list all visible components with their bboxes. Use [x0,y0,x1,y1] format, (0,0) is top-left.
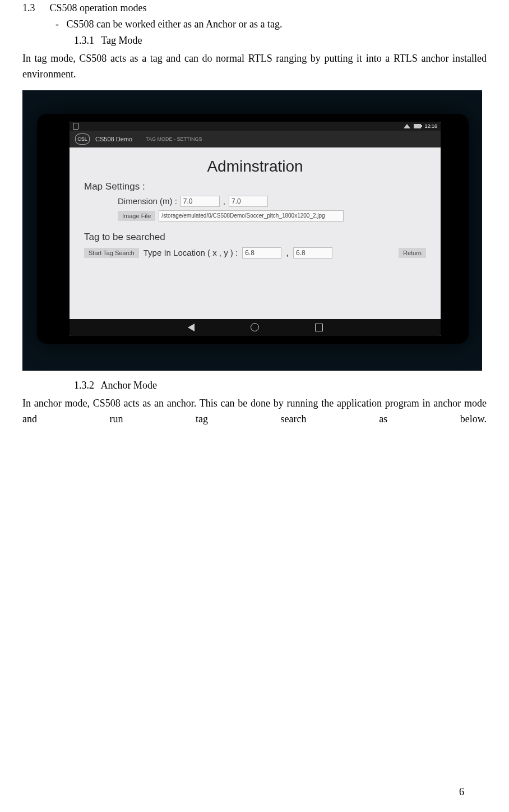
nav-recent-icon[interactable] [315,324,323,331]
status-left [73,123,400,130]
location-row: Start Tag Search Type In Location ( x , … [84,247,426,259]
page-number: 6 [459,786,464,798]
paragraph-anchor-mode: In anchor mode, CS508 acts as an anchor.… [22,396,487,427]
image-file-button[interactable]: Image File [118,211,155,221]
nav-home-icon[interactable] [251,323,259,331]
map-settings-text: Map Settings : [84,181,145,192]
app-title: CS508 Demo [95,136,132,142]
android-nav-bar [70,319,441,336]
subsection-heading-2: 1.3.2 Anchor Mode [74,380,487,391]
subsection-heading-1: 1.3.1 Tag Mode [74,35,487,47]
csl-logo: CSL [75,133,90,145]
tablet-screen: 12:16 CSL CS508 Demo TAG MODE - SETTINGS… [70,122,441,336]
tag-search-label: Tag to be searched [84,232,165,243]
bullet-line: - CS508 can be worked either as an Ancho… [50,19,487,30]
tag-search-label-row: Tag to be searched [84,232,426,243]
status-notification-icon [73,123,78,130]
page-title: Adminstration [70,158,441,176]
return-button[interactable]: Return [399,248,426,258]
type-location-label: Type In Location ( x , y ) : [144,248,238,257]
battery-icon [414,124,421,128]
bullet-text: CS508 can be worked either as an Anchor … [67,19,283,30]
dimension-label: Dimension (m) : [118,196,177,206]
image-path-input[interactable]: /storage/emulated/0/CS508Demo/Soccer_pit… [159,210,344,222]
android-status-bar: 12:16 [70,122,441,131]
status-time: 12:16 [424,123,437,129]
paragraph-tag-mode: In tag mode, CS508 acts as a tag and can… [22,51,487,82]
section-title: CS508 operation modes [50,2,147,13]
subsection-title-1: Tag Mode [101,35,142,46]
comma-1: , [223,196,225,206]
start-tag-search-button[interactable]: Start Tag Search [84,248,139,258]
form-area: Map Settings : Dimension (m) : 7.0 , 7.0… [70,181,441,259]
dash-icon: - [50,19,64,30]
dimension-x-input[interactable]: 7.0 [181,196,220,207]
screenshot-photo: 12:16 CSL CS508 Demo TAG MODE - SETTINGS… [22,90,482,371]
nav-back-icon[interactable] [188,324,195,331]
comma-2: , [286,247,289,259]
location-y-input[interactable]: 6.8 [293,247,332,259]
app-subtitle: TAG MODE - SETTINGS [146,136,202,142]
image-file-row: Image File /storage/emulated/0/CS508Demo… [118,210,426,222]
section-heading: 1.3 CS508 operation modes [22,2,487,14]
dimension-y-input[interactable]: 7.0 [229,196,268,207]
location-x-input[interactable]: 6.8 [242,247,281,259]
subsection-number-1: 1.3.1 [74,35,99,47]
wifi-icon [404,124,410,128]
section-number: 1.3 [22,2,47,14]
dimension-row: Dimension (m) : 7.0 , 7.0 [118,196,426,207]
tablet-frame: 12:16 CSL CS508 Demo TAG MODE - SETTINGS… [37,114,469,344]
subsection-title-2: Anchor Mode [101,380,157,391]
map-settings-label: Map Settings : [84,181,426,192]
subsection-number-2: 1.3.2 [74,380,99,391]
app-bar: CSL CS508 Demo TAG MODE - SETTINGS [70,131,441,147]
